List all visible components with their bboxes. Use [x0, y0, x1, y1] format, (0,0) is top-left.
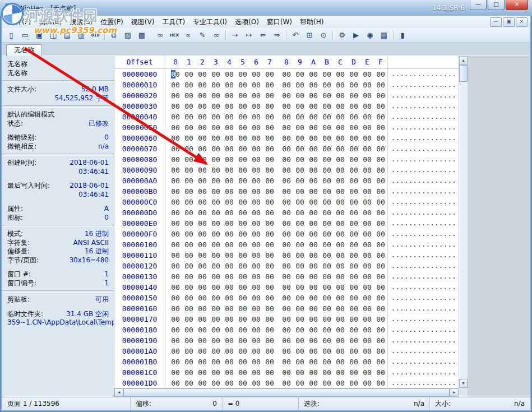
hex-byte[interactable]: 00 — [307, 239, 320, 250]
hex-byte[interactable]: 00 — [307, 271, 320, 282]
camera-icon[interactable]: ◉ — [363, 29, 377, 41]
hex-byte[interactable]: 00 — [347, 261, 360, 271]
hex-byte[interactable]: 00 — [209, 69, 223, 80]
folder-browser-icon[interactable]: ▥ — [75, 29, 88, 41]
hex-byte[interactable]: 00 — [293, 101, 307, 112]
hex-byte[interactable]: 00 — [249, 69, 263, 80]
hex-byte[interactable]: 00 — [223, 346, 236, 357]
hex-byte[interactable]: 00 — [169, 122, 182, 133]
hex-byte[interactable]: 00 — [374, 293, 387, 303]
run-script-icon[interactable]: ▶ — [349, 29, 363, 41]
hex-ascii[interactable]: ................ — [387, 154, 456, 165]
hex-byte[interactable]: 00 — [209, 133, 223, 143]
hex-byte[interactable]: 00 — [374, 239, 387, 250]
menu-item[interactable]: 窗口(W) — [263, 16, 296, 28]
hex-ascii[interactable]: ................ — [387, 80, 456, 90]
hex-byte[interactable]: 00 — [280, 133, 293, 143]
hex-byte[interactable]: 00 — [182, 101, 196, 112]
hex-bytes[interactable]: 00000000000000000000000000000000 — [165, 122, 387, 133]
hex-byte[interactable]: 00 — [307, 165, 320, 175]
hex-byte[interactable]: 00 — [263, 112, 276, 122]
hex-byte[interactable]: 00 — [249, 218, 263, 229]
hex-byte[interactable]: 00 — [196, 154, 209, 165]
hex-bytes[interactable]: 00000000000000000000000000000000 — [165, 346, 387, 357]
hex-byte[interactable]: 00 — [320, 69, 334, 80]
hex-byte[interactable]: 00 — [169, 69, 182, 80]
hex-byte[interactable]: 00 — [334, 357, 347, 367]
hex-byte[interactable]: 00 — [249, 346, 263, 357]
hex-ascii[interactable]: ................ — [387, 143, 456, 154]
hex-byte[interactable]: 00 — [347, 197, 360, 207]
hex-ascii[interactable]: ................ — [387, 293, 456, 303]
hex-byte[interactable]: 00 — [334, 175, 347, 186]
hex-byte[interactable]: 00 — [293, 229, 307, 239]
hex-byte[interactable]: 00 — [196, 133, 209, 143]
hex-byte[interactable]: 00 — [196, 197, 209, 207]
hex-byte[interactable]: 00 — [360, 250, 374, 261]
hex-byte[interactable]: 00 — [169, 357, 182, 367]
hex-byte[interactable]: 00 — [223, 122, 236, 133]
hex-byte[interactable]: 00 — [263, 314, 276, 325]
hex-bytes[interactable]: 00000000000000000000000000000000 — [165, 218, 387, 229]
hex-byte[interactable]: 00 — [280, 122, 293, 133]
hex-byte[interactable]: 00 — [347, 314, 360, 325]
hex-byte[interactable]: 00 — [182, 293, 196, 303]
hex-byte[interactable]: 00 — [196, 357, 209, 367]
hex-byte[interactable]: 00 — [169, 282, 182, 293]
hex-byte[interactable]: 00 — [347, 90, 360, 101]
hex-byte[interactable]: 00 — [196, 378, 209, 388]
hex-byte[interactable]: 00 — [334, 154, 347, 165]
hex-byte[interactable]: 00 — [307, 101, 320, 112]
hex-byte[interactable]: 00 — [334, 218, 347, 229]
hex-byte[interactable]: 00 — [280, 314, 293, 325]
hex-byte[interactable]: 00 — [347, 357, 360, 367]
hex-byte[interactable]: 00 — [374, 346, 387, 357]
hex-byte[interactable]: 00 — [334, 367, 347, 378]
hex-byte[interactable]: 00 — [182, 69, 196, 80]
find-text-icon[interactable]: ∞ — [154, 29, 167, 41]
hex-byte[interactable]: 00 — [209, 186, 223, 197]
hex-byte[interactable]: 00 — [320, 378, 334, 388]
hex-byte[interactable]: 00 — [374, 90, 387, 101]
hex-byte[interactable]: 00 — [249, 303, 263, 314]
hex-byte[interactable]: 00 — [360, 207, 374, 218]
hex-byte[interactable]: 00 — [182, 175, 196, 186]
hex-byte[interactable]: 00 — [280, 175, 293, 186]
hex-byte[interactable]: 00 — [182, 367, 196, 378]
hex-byte[interactable]: 00 — [320, 133, 334, 143]
hex-byte[interactable]: 00 — [236, 271, 249, 282]
hex-bytes[interactable]: 00000000000000000000000000000000 — [165, 335, 387, 346]
hex-byte[interactable]: 00 — [169, 314, 182, 325]
hex-byte[interactable]: 00 — [182, 154, 196, 165]
hex-byte[interactable]: 00 — [320, 101, 334, 112]
hex-byte[interactable]: 00 — [196, 325, 209, 335]
hex-byte[interactable]: 00 — [209, 325, 223, 335]
hex-byte[interactable]: 00 — [169, 325, 182, 335]
hex-ascii[interactable]: ................ — [387, 357, 456, 367]
hex-byte[interactable]: 00 — [209, 250, 223, 261]
hex-byte[interactable]: 00 — [334, 293, 347, 303]
hex-byte[interactable]: 00 — [263, 325, 276, 335]
mdi-minimize-button[interactable]: — — [490, 17, 502, 27]
scroll-down-icon[interactable]: ▼ — [459, 379, 468, 388]
hex-byte[interactable]: 00 — [374, 282, 387, 293]
continue-search-icon[interactable]: ∝ — [182, 29, 195, 41]
hex-byte[interactable]: 00 — [182, 122, 196, 133]
hex-ascii[interactable]: ................ — [387, 325, 456, 335]
scroll-right-icon[interactable]: ▶ — [450, 388, 459, 397]
hex-byte[interactable]: 00 — [223, 101, 236, 112]
hex-byte[interactable]: 00 — [280, 90, 293, 101]
hex-bytes[interactable]: 00000000000000000000000000000000 — [165, 250, 387, 261]
hex-byte[interactable]: 00 — [209, 357, 223, 367]
hex-bytes[interactable]: 00000000000000000000000000000000 — [165, 80, 387, 90]
hex-byte[interactable]: 00 — [347, 346, 360, 357]
hex-byte[interactable]: 00 — [374, 69, 387, 80]
hex-byte[interactable]: 00 — [169, 346, 182, 357]
hex-byte[interactable]: 00 — [360, 357, 374, 367]
hex-ascii[interactable]: ................ — [387, 197, 456, 207]
hex-byte[interactable]: 00 — [280, 186, 293, 197]
hex-byte[interactable]: 00 — [293, 357, 307, 367]
hex-byte[interactable]: 00 — [182, 335, 196, 346]
hex-byte[interactable]: 00 — [169, 335, 182, 346]
hex-byte[interactable]: 00 — [263, 367, 276, 378]
